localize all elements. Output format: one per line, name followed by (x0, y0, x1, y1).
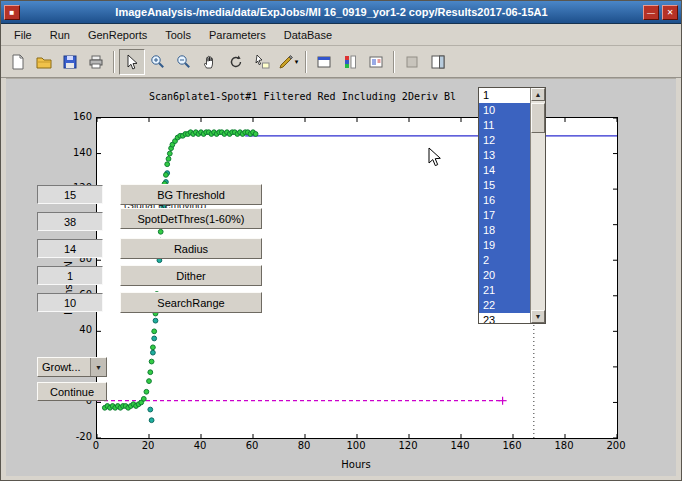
plot-tools-dock-button[interactable] (425, 49, 451, 75)
insert-legend-icon (368, 54, 384, 70)
growth-popup-value: Growt... (38, 358, 90, 376)
plot-tools-dock-icon (430, 54, 446, 70)
growth-popup[interactable]: Growt... ▼ (37, 357, 107, 377)
y-tick-label: 140 (50, 147, 92, 158)
dropdown-item[interactable]: 11 (479, 118, 530, 133)
dropdown-item[interactable]: 17 (479, 208, 530, 223)
pan-hand-button[interactable] (197, 49, 223, 75)
continue-button[interactable]: Continue (37, 382, 107, 401)
titlebar[interactable]: ■ ImageAnalysis-/media/data/ExpJobs/MI 1… (1, 1, 681, 24)
data-cursor-icon (254, 54, 270, 70)
pointer-icon (124, 54, 140, 70)
pointer-button[interactable] (119, 49, 145, 75)
param-input-4[interactable]: 10 (37, 293, 103, 312)
new-document-icon (10, 54, 26, 70)
scrollbar-thumb[interactable] (531, 103, 545, 133)
scrollbar-track[interactable] (531, 101, 545, 310)
param-input-3[interactable]: 1 (37, 266, 103, 285)
dropdown-list-items: 110111213141516171819220212223 (479, 88, 530, 323)
x-tick-label: 20 (128, 440, 168, 451)
param-button-4[interactable]: SearchRange (120, 292, 262, 313)
insert-legend-button[interactable] (363, 49, 389, 75)
mouse-cursor (428, 147, 442, 167)
param-button-3[interactable]: Dither (120, 265, 262, 286)
y-tick-label: 160 (50, 111, 92, 122)
plot-tools-off-icon (404, 54, 420, 70)
dropdown-item[interactable]: 22 (479, 298, 530, 313)
zoom-out-icon (176, 54, 192, 70)
param-input-0[interactable]: 15 (37, 185, 103, 204)
dropdown-item[interactable]: 19 (479, 238, 530, 253)
app-window: ■ ImageAnalysis-/media/data/ExpJobs/MI 1… (0, 0, 682, 481)
zoom-in-icon (150, 54, 166, 70)
menu-item-file[interactable]: File (5, 26, 41, 44)
menu-item-parameters[interactable]: Parameters (200, 26, 275, 44)
menu-item-genreports[interactable]: GenReports (79, 26, 156, 44)
window-controls: — ✕ (643, 5, 678, 20)
rotate-3d-icon (228, 54, 244, 70)
dropdown-item[interactable]: 1 (479, 88, 530, 103)
param-button-0[interactable]: BG Threshold (120, 184, 262, 205)
plot-title: Scan6plate1-Spot#1 Filtered Red Includin… (149, 91, 456, 102)
save-button[interactable] (57, 49, 83, 75)
x-tick-label: 100 (336, 440, 376, 451)
window-menu-button[interactable]: ■ (4, 5, 20, 20)
open-folder-icon (36, 54, 52, 70)
toolbar-separator (393, 51, 395, 73)
dropdown-item[interactable]: 18 (479, 223, 530, 238)
chevron-down-icon: ▼ (90, 358, 106, 376)
minimize-button[interactable]: — (643, 5, 659, 20)
param-input-2[interactable]: 14 (37, 239, 103, 258)
close-icon: ✕ (667, 8, 674, 17)
x-tick-label: 180 (544, 440, 584, 451)
menu-item-run[interactable]: Run (41, 26, 79, 44)
window-menu-icon: ■ (10, 8, 15, 17)
menu-item-tools[interactable]: Tools (156, 26, 200, 44)
save-icon (62, 54, 78, 70)
dropdown-item[interactable]: 23 (479, 313, 530, 323)
print-button[interactable] (83, 49, 109, 75)
insert-colorbar-icon (342, 54, 358, 70)
param-button-2[interactable]: Radius (120, 238, 262, 259)
open-folder-button[interactable] (31, 49, 57, 75)
x-tick-label: 200 (596, 440, 636, 451)
menubar: FileRunGenReportsToolsParametersDataBase (1, 24, 681, 46)
param-input-1[interactable]: 38 (37, 212, 103, 231)
brush-icon (278, 54, 294, 70)
brush-button[interactable]: ▾ (275, 49, 301, 75)
spot-number-dropdown: 110111213141516171819220212223 ▲ ▼ (478, 87, 546, 324)
scroll-up-button[interactable]: ▲ (531, 88, 545, 101)
scroll-down-button[interactable]: ▼ (531, 310, 545, 323)
dropdown-item[interactable]: 16 (479, 193, 530, 208)
window-title: ImageAnalysis-/media/data/ExpJobs/MI 16_… (23, 6, 640, 18)
close-button[interactable]: ✕ (662, 5, 678, 20)
print-figure-button[interactable] (311, 49, 337, 75)
dropdown-item[interactable]: 12 (479, 133, 530, 148)
x-tick-label: 60 (232, 440, 272, 451)
x-tick-label: 80 (284, 440, 324, 451)
rotate-3d-button[interactable] (223, 49, 249, 75)
dropdown-item[interactable]: 10 (479, 103, 530, 118)
toolbar: ▾ (1, 46, 681, 78)
chevron-down-icon: ▾ (295, 58, 299, 66)
dropdown-item[interactable]: 15 (479, 178, 530, 193)
x-tick-label: 140 (440, 440, 480, 451)
zoom-out-button[interactable] (171, 49, 197, 75)
data-cursor-button[interactable] (249, 49, 275, 75)
dropdown-item[interactable]: 21 (479, 283, 530, 298)
param-button-1[interactable]: SpotDetThres(1-60%) (120, 208, 262, 229)
x-axis-label: Hours (96, 459, 616, 470)
plot-tools-off-button[interactable] (399, 49, 425, 75)
zoom-in-button[interactable] (145, 49, 171, 75)
dropdown-item[interactable]: 14 (479, 163, 530, 178)
print-icon (88, 54, 104, 70)
insert-colorbar-button[interactable] (337, 49, 363, 75)
dropdown-item[interactable]: 2 (479, 253, 530, 268)
dropdown-item[interactable]: 20 (479, 268, 530, 283)
menu-item-database[interactable]: DataBase (275, 26, 341, 44)
dropdown-item[interactable]: 13 (479, 148, 530, 163)
dropdown-scrollbar[interactable]: ▲ ▼ (530, 88, 545, 323)
toolbar-separator (305, 51, 307, 73)
new-document-button[interactable] (5, 49, 31, 75)
x-tick-label: 160 (492, 440, 532, 451)
